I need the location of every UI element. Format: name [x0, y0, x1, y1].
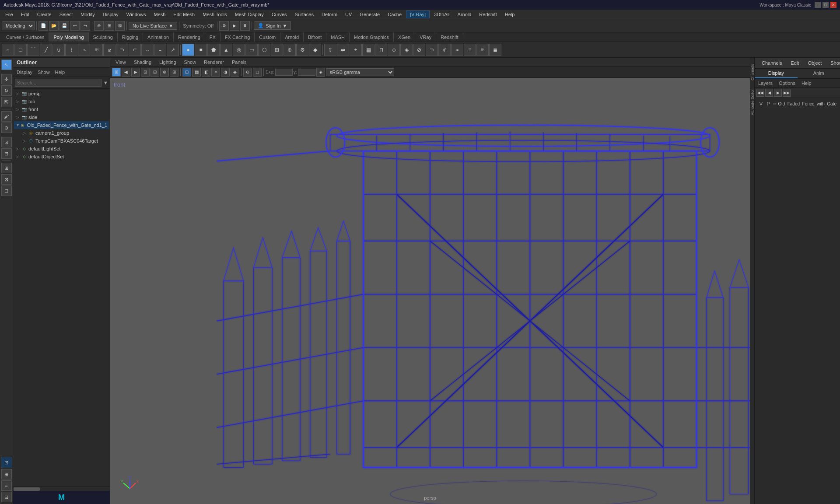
scene-tool3-icon[interactable]: ⊟	[1, 186, 12, 196]
tab-poly-modeling[interactable]: Poly Modeling	[49, 32, 88, 42]
menu-mesh-tools[interactable]: Mesh Tools	[199, 11, 230, 18]
outliner-help-menu[interactable]: Help	[52, 69, 68, 76]
viewport-menu-panels[interactable]: Panels	[228, 59, 250, 66]
vp-colorspace-btn[interactable]: ◈	[316, 68, 325, 77]
maximize-button[interactable]: □	[822, 2, 829, 8]
vp-exposure-input[interactable]: 0.00	[275, 69, 293, 76]
layer-item-fence[interactable]: V P ✏ Old_Faded_Fence_with_Gate	[756, 100, 838, 108]
shelf-bevel-icon[interactable]: ◇	[388, 44, 400, 56]
menu-windows[interactable]: Windows	[123, 11, 150, 18]
shelf-tool11-icon[interactable]: ↗	[167, 44, 179, 56]
menu-help[interactable]: Help	[501, 11, 518, 18]
scene-tool1-icon[interactable]: ⊞	[1, 163, 12, 173]
snap-tool-icon[interactable]: ⊡	[1, 137, 12, 147]
menu-modify[interactable]: Modify	[77, 11, 98, 18]
object-btn[interactable]: Object	[804, 60, 825, 66]
show-btn[interactable]: Show	[827, 60, 840, 66]
tab-fx[interactable]: FX	[205, 32, 220, 42]
vp-gamma-input[interactable]: 1.00	[298, 69, 315, 76]
vp-persp-btn[interactable]: ⊞	[112, 68, 121, 77]
outliner-display-menu[interactable]: Display	[14, 69, 35, 76]
menu-surfaces[interactable]: Surfaces	[291, 11, 317, 18]
shelf-box-icon[interactable]: □	[14, 44, 27, 56]
menu-arnold[interactable]: Arnold	[454, 11, 475, 18]
vp-frame-btn[interactable]: ⊕	[160, 68, 169, 77]
outliner-search-input[interactable]	[15, 79, 102, 87]
shelf-merge-icon[interactable]: ⊓	[375, 44, 387, 56]
shelf-tool5-icon[interactable]: ≋	[91, 44, 103, 56]
tool-icon-d[interactable]: ⊟	[1, 492, 12, 502]
shelf-tool9-icon[interactable]: ⌢	[141, 44, 154, 56]
tree-item-light-set[interactable]: ▷ ◇ defaultLightSet	[14, 145, 109, 153]
tab-vray[interactable]: VRay	[415, 32, 436, 42]
shelf-bridge-icon[interactable]: ⇌	[337, 44, 349, 56]
menu-file[interactable]: File	[2, 11, 17, 18]
tree-item-top[interactable]: ▷ 📷 top	[14, 98, 109, 105]
menu-select[interactable]: Select	[56, 11, 77, 18]
no-live-surface-btn[interactable]: No Live Surface ▼	[129, 22, 177, 30]
menu-curves[interactable]: Curves	[268, 11, 290, 18]
minimize-button[interactable]: ─	[815, 2, 821, 8]
vp-wireframe-btn[interactable]: ⊡	[182, 68, 191, 77]
shelf-harden-icon[interactable]: ≣	[489, 44, 501, 56]
shelf-select-icon[interactable]: ○	[2, 44, 14, 56]
lasso-tool-icon[interactable]: ⊙	[1, 122, 12, 133]
tab-bifrost[interactable]: Bifrost	[304, 32, 326, 42]
outliner-scrollbar-h[interactable]	[13, 486, 110, 491]
snap3-btn[interactable]: ⊠	[115, 21, 125, 31]
new-btn[interactable]: 📄	[38, 21, 48, 31]
save-btn[interactable]: 💾	[60, 21, 69, 31]
shelf-extrude-icon[interactable]: ⇧	[324, 44, 336, 56]
scene-tool2-icon[interactable]: ⊠	[1, 174, 12, 185]
mode-dropdown[interactable]: Modeling	[2, 21, 35, 30]
outliner-filter-icon[interactable]: ▼	[103, 80, 108, 85]
tab-custom[interactable]: Custom	[255, 32, 280, 42]
shelf-tool4-icon[interactable]: ⌁	[78, 44, 90, 56]
tree-item-persp[interactable]: ▷ 📷 persp	[14, 90, 109, 98]
tab-motion-graphics[interactable]: Motion Graphics	[350, 32, 394, 42]
channels-btn[interactable]: Channels	[758, 60, 785, 66]
vp-xray-btn[interactable]: ◈	[231, 68, 239, 77]
move-tool-icon[interactable]: ✛	[1, 74, 12, 84]
tab-fx-caching[interactable]: FX Caching	[220, 32, 255, 42]
render2-btn[interactable]: ▶	[230, 21, 239, 31]
tab-rigging[interactable]: Rigging	[118, 32, 143, 42]
open-btn[interactable]: 📂	[49, 21, 59, 31]
shelf-cylinder-icon[interactable]: ⬟	[207, 44, 220, 56]
shelf-crease-icon[interactable]: ≡	[464, 44, 476, 56]
vp-cam2-btn[interactable]: ▶	[131, 68, 140, 77]
menu-vray[interactable]: [V-Ray]	[406, 10, 430, 18]
scale-tool-icon[interactable]: ⇱	[1, 97, 12, 107]
rotate-tool-icon[interactable]: ↻	[1, 85, 12, 96]
render1-btn[interactable]: ⚙	[219, 21, 229, 31]
menu-mesh-display[interactable]: Mesh Display	[231, 11, 267, 18]
menu-mesh[interactable]: Mesh	[150, 11, 169, 18]
viewport-menu-renderer[interactable]: Renderer	[200, 59, 228, 66]
tab-curves-surfaces[interactable]: Curves / Surfaces	[2, 32, 49, 42]
pause-btn[interactable]: ⏸	[240, 21, 250, 31]
shelf-tool10-icon[interactable]: ⌣	[154, 44, 166, 56]
edit-btn[interactable]: Edit	[787, 60, 802, 66]
shelf-tool1-icon[interactable]: ╱	[40, 44, 52, 56]
vp-grid-btn[interactable]: ⊞	[170, 68, 178, 77]
vp-gamma-select[interactable]: sRGB gamma	[326, 68, 394, 76]
tab-xgen[interactable]: XGen	[394, 32, 415, 42]
shelf-detach-icon[interactable]: ⊄	[438, 44, 451, 56]
viewport-canvas[interactable]: front	[110, 78, 750, 504]
menu-edit[interactable]: Edit	[18, 11, 33, 18]
display-tab[interactable]: Display	[755, 69, 798, 78]
shelf-tool7-icon[interactable]: ⊃	[116, 44, 128, 56]
layers-sub-btn[interactable]: Layers	[756, 80, 775, 87]
vp-texture-btn[interactable]: ◧	[202, 68, 210, 77]
shelf-chamfer-icon[interactable]: ◈	[400, 44, 413, 56]
shelf-platonic-icon[interactable]: ◆	[309, 44, 321, 56]
tool-icon-b[interactable]: ⊞	[1, 469, 12, 480]
viewport-menu-shading[interactable]: Shading	[130, 59, 155, 66]
close-button[interactable]: ✕	[830, 2, 836, 8]
layer-nav-3[interactable]: ▶	[774, 89, 782, 97]
tree-item-camera-group[interactable]: ▷ ⊞ camera1_group	[14, 129, 109, 137]
menu-create[interactable]: Create	[34, 11, 55, 18]
shelf-append-icon[interactable]: +	[350, 44, 362, 56]
layer-p-toggle[interactable]: P	[766, 101, 771, 106]
menu-3dtoall[interactable]: 3DtoAll	[430, 11, 453, 18]
